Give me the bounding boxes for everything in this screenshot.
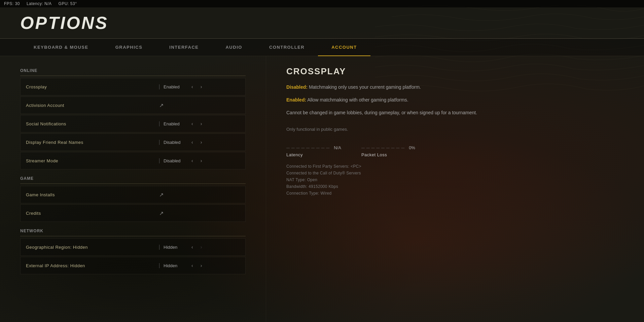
social-notifications-row[interactable]: Social Notifications Enabled ‹ › xyxy=(20,115,246,132)
packet-loss-dashes: — — — — — — — — — 0% xyxy=(361,145,415,150)
connection-info: Connected to First Party Servers: <PC> C… xyxy=(286,164,624,196)
left-panel: Online Crossplay Enabled ‹ › Activision … xyxy=(0,56,266,322)
crossplay-control: Enabled ‹ › xyxy=(159,83,240,90)
info-functional-note: Only functional in public games. xyxy=(286,127,624,132)
geographical-region-row[interactable]: Geographical Region: Hidden Hidden ‹ › xyxy=(20,238,246,256)
crossplay-row[interactable]: Crossplay Enabled ‹ › xyxy=(20,78,246,95)
social-notifications-value: Enabled xyxy=(159,121,186,126)
display-friend-names-next-btn[interactable]: › xyxy=(199,139,204,146)
tab-audio[interactable]: AUDIO xyxy=(212,39,255,56)
geographical-region-value: Hidden xyxy=(159,245,186,250)
tab-controller[interactable]: CONTROLLER xyxy=(256,39,318,56)
streamer-mode-next-btn[interactable]: › xyxy=(199,157,204,164)
tab-graphics[interactable]: GRAPHICS xyxy=(102,39,156,56)
nav-tabs: KEYBOARD & MOUSE GRAPHICS INTERFACE AUDI… xyxy=(0,39,644,56)
right-panel: CROSSPLAY Disabled: Matchmaking only use… xyxy=(266,56,644,322)
game-installs-label: Game Installs xyxy=(26,192,55,197)
display-friend-names-label: Display Friend Real Names xyxy=(26,140,83,145)
disabled-highlight: Disabled: xyxy=(286,84,308,90)
streamer-mode-row[interactable]: Streamer Mode Disabled ‹ › xyxy=(20,152,246,169)
game-installs-row[interactable]: Game Installs ↗ xyxy=(20,186,246,203)
main-content: Online Crossplay Enabled ‹ › Activision … xyxy=(0,56,644,322)
info-enabled-desc: Enabled: Allow matchmaking with other ga… xyxy=(286,96,624,104)
activision-account-label: Activision Account xyxy=(26,103,64,108)
tab-keyboard-mouse[interactable]: KEYBOARD & MOUSE xyxy=(20,39,102,56)
geographical-region-prev-btn[interactable]: ‹ xyxy=(189,244,195,250)
tab-interface[interactable]: INTERFACE xyxy=(156,39,212,56)
game-divider xyxy=(20,184,246,184)
streamer-mode-prev-btn[interactable]: ‹ xyxy=(189,157,195,164)
display-friend-names-value: Disabled xyxy=(159,140,186,145)
activision-account-external-btn[interactable]: ↗ xyxy=(159,102,164,109)
display-friend-names-prev-btn[interactable]: ‹ xyxy=(189,139,195,146)
crossplay-label: Crossplay xyxy=(26,84,47,89)
connection-line-0: Connected to First Party Servers: <PC> xyxy=(286,164,624,169)
activision-account-row[interactable]: Activision Account ↗ xyxy=(20,96,246,114)
external-ip-prev-btn[interactable]: ‹ xyxy=(189,262,195,269)
crossplay-prev-btn[interactable]: ‹ xyxy=(189,83,195,90)
packet-loss-label: Packet Loss xyxy=(361,152,415,157)
enabled-text: Allow matchmaking with other gaming plat… xyxy=(306,97,408,103)
credits-external-btn[interactable]: ↗ xyxy=(159,210,164,216)
latency-dashes: — — — — — — — — — N/A xyxy=(286,145,341,150)
info-panel-title: CROSSPLAY xyxy=(286,66,624,77)
latency-value: N/A xyxy=(334,145,341,150)
gpu-stat: GPU: 53° xyxy=(59,1,77,6)
crossplay-next-btn[interactable]: › xyxy=(199,83,204,90)
game-installs-external-btn[interactable]: ↗ xyxy=(159,192,164,198)
stats-bar: FPS: 30 Latency: N/A GPU: 53° xyxy=(0,0,644,7)
connection-line-4: Connection Type: Wired xyxy=(286,191,624,196)
game-section-header: Game xyxy=(20,176,246,181)
social-notifications-next-btn[interactable]: › xyxy=(199,120,204,127)
online-section: Online Crossplay Enabled ‹ › Activision … xyxy=(20,68,246,169)
latency-stat-item: — — — — — — — — — N/A Latency xyxy=(286,145,341,157)
geographical-region-control: Hidden ‹ › xyxy=(159,244,240,250)
packet-loss-value: 0% xyxy=(409,145,415,150)
network-section: Network Geographical Region: Hidden Hidd… xyxy=(20,229,246,274)
geographical-region-next-btn[interactable]: › xyxy=(199,244,204,250)
connection-line-2: NAT Type: Open xyxy=(286,177,624,182)
packet-loss-stat-item: — — — — — — — — — 0% Packet Loss xyxy=(361,145,415,157)
info-note-cannot-change: Cannot be changed in game lobbies, durin… xyxy=(286,109,624,117)
activision-account-control: ↗ xyxy=(159,102,240,109)
credits-control: ↗ xyxy=(159,210,240,216)
display-friend-names-control: Disabled ‹ › xyxy=(159,139,240,146)
social-notifications-label: Social Notifications xyxy=(26,121,66,126)
online-section-header: Online xyxy=(20,68,246,73)
streamer-mode-control: Disabled ‹ › xyxy=(159,157,240,164)
external-ip-next-btn[interactable]: › xyxy=(199,262,204,269)
info-disabled-desc: Disabled: Matchmaking only uses your cur… xyxy=(286,83,624,91)
credits-label: Credits xyxy=(26,211,41,216)
tab-account[interactable]: ACCOUNT xyxy=(318,39,370,56)
connection-line-1: Connected to the Call of Duty® Servers xyxy=(286,171,624,175)
social-notifications-control: Enabled ‹ › xyxy=(159,120,240,127)
display-friend-names-row[interactable]: Display Friend Real Names Disabled ‹ › xyxy=(20,133,246,151)
external-ip-control: Hidden ‹ › xyxy=(159,262,240,269)
credits-row[interactable]: Credits ↗ xyxy=(20,204,246,222)
connection-line-3: Bandwidth: 49152000 Kbps xyxy=(286,184,624,189)
streamer-mode-value: Disabled xyxy=(159,158,186,163)
game-section: Game Game Installs ↗ Credits ↗ xyxy=(20,176,246,222)
header: OPTIONS xyxy=(0,7,644,39)
crossplay-value: Enabled xyxy=(159,84,186,89)
social-notifications-prev-btn[interactable]: ‹ xyxy=(189,120,195,127)
network-stats: — — — — — — — — — N/A Latency — — — — — … xyxy=(286,145,624,157)
latency-label: Latency xyxy=(286,152,341,157)
game-installs-control: ↗ xyxy=(159,192,240,198)
network-section-header: Network xyxy=(20,229,246,233)
latency-stat: Latency: N/A xyxy=(27,1,52,6)
page-title: OPTIONS xyxy=(20,14,624,32)
external-ip-value: Hidden xyxy=(159,263,186,268)
enabled-highlight: Enabled: xyxy=(286,97,306,103)
geographical-region-label: Geographical Region: Hidden xyxy=(26,245,88,250)
streamer-mode-label: Streamer Mode xyxy=(26,158,58,163)
fps-stat: FPS: 30 xyxy=(4,1,20,6)
disabled-text: Matchmaking only uses your current gamin… xyxy=(308,84,421,90)
external-ip-label: External IP Address: Hidden xyxy=(26,263,85,268)
online-divider xyxy=(20,76,246,76)
external-ip-row[interactable]: External IP Address: Hidden Hidden ‹ › xyxy=(20,257,246,274)
network-divider xyxy=(20,236,246,236)
